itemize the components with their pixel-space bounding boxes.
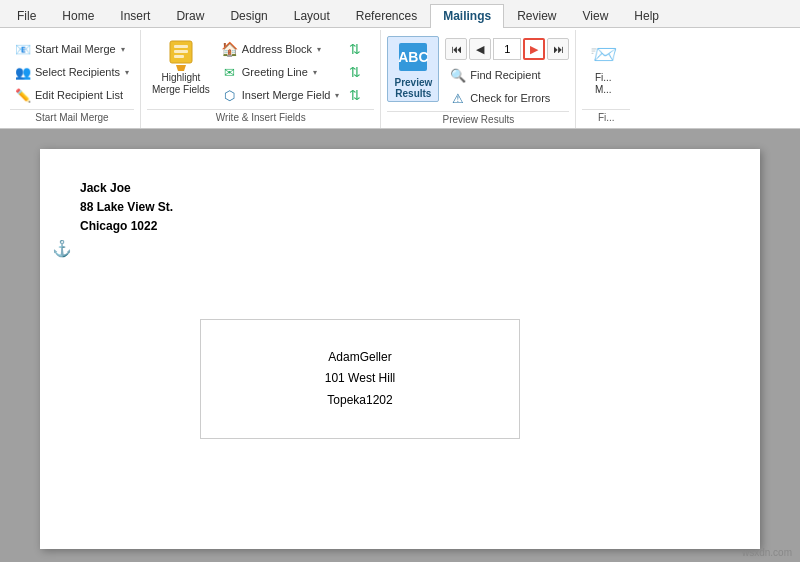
extra-icon-1[interactable]: ⇅ — [346, 38, 374, 60]
start-mail-merge-button[interactable]: 📧 Start Mail Merge ▾ — [10, 38, 134, 60]
tab-draw[interactable]: Draw — [163, 4, 217, 28]
sender-line1: Jack Joe — [80, 179, 173, 198]
write-insert-extra: ⇅ ⇅ ⇅ — [346, 36, 374, 106]
dropdown-arrow-2: ▾ — [125, 68, 129, 77]
mail-merge-icon: 📧 — [15, 41, 31, 57]
tab-insert[interactable]: Insert — [107, 4, 163, 28]
start-mail-merge-group-label: Start Mail Merge — [10, 109, 134, 126]
start-mail-merge-buttons: 📧 Start Mail Merge ▾ 👥 Select Recipients… — [10, 36, 134, 106]
finalize-group-label: Fi... — [582, 109, 630, 126]
nav-first-button[interactable]: ⏮ — [445, 38, 467, 60]
record-number-input[interactable] — [493, 38, 521, 60]
dropdown-arrow-4: ▾ — [313, 68, 317, 77]
select-recipients-label: Select Recipients — [35, 66, 120, 78]
preview-results-icon: ABC — [399, 39, 427, 75]
nav-next-button[interactable]: ▶ — [523, 38, 545, 60]
address-block-icon: 🏠 — [222, 41, 238, 57]
greeting-line-icon: ✉ — [222, 64, 238, 80]
svg-rect-1 — [174, 45, 188, 48]
svg-marker-4 — [176, 65, 186, 71]
nav-last-button[interactable]: ⏭ — [547, 38, 569, 60]
tab-bar: File Home Insert Draw Design Layout Refe… — [0, 0, 800, 28]
select-recipients-button[interactable]: 👥 Select Recipients ▾ — [10, 61, 134, 83]
tab-mailings[interactable]: Mailings — [430, 4, 504, 28]
greeting-line-label: Greeting Line — [242, 66, 308, 78]
edit-recipient-list-button[interactable]: ✏️ Edit Recipient List — [10, 84, 134, 106]
find-recipient-button[interactable]: 🔍 Find Recipient — [445, 64, 569, 86]
sender-address: Jack Joe 88 Lake View St. Chicago 1022 — [80, 179, 173, 237]
sender-line2: 88 Lake View St. — [80, 198, 173, 217]
tab-home[interactable]: Home — [49, 4, 107, 28]
document-page: Jack Joe 88 Lake View St. Chicago 1022 ⚓… — [40, 149, 760, 549]
recipient-line3: Topeka1202 — [327, 390, 392, 412]
tab-review[interactable]: Review — [504, 4, 569, 28]
highlight-label: HighlightMerge Fields — [152, 72, 210, 96]
preview-results-button[interactable]: ABC PreviewResults — [387, 36, 439, 102]
arrows-icon-3: ⇅ — [349, 87, 361, 103]
tab-design[interactable]: Design — [217, 4, 280, 28]
recipients-icon: 👥 — [15, 64, 31, 80]
group-content-preview: ABC PreviewResults ⏮ ◀ ▶ ⏭ 🔍 Find — [387, 32, 569, 109]
dropdown-arrow-1: ▾ — [121, 45, 125, 54]
group-preview-results: ABC PreviewResults ⏮ ◀ ▶ ⏭ 🔍 Find — [381, 30, 576, 128]
arrows-icon-2: ⇅ — [349, 64, 361, 80]
group-finalize: 📨 Fi...M... Fi... — [576, 30, 636, 128]
svg-rect-2 — [174, 50, 188, 53]
dropdown-arrow-3: ▾ — [317, 45, 321, 54]
group-content-finalize: 📨 Fi...M... — [582, 32, 630, 107]
document-area: Jack Joe 88 Lake View St. Chicago 1022 ⚓… — [0, 129, 800, 562]
preview-results-group-label: Preview Results — [387, 111, 569, 128]
preview-results-label: PreviewResults — [394, 77, 432, 99]
highlight-merge-fields-button[interactable]: HighlightMerge Fields — [147, 36, 215, 99]
write-insert-small-buttons: 🏠 Address Block ▾ ✉ Greeting Line ▾ ⬡ In… — [217, 36, 345, 106]
recipient-line2: 101 West Hill — [325, 368, 395, 390]
anchor-icon: ⚓ — [52, 239, 72, 258]
check-for-errors-button[interactable]: ⚠ Check for Errors — [445, 87, 569, 109]
find-recipient-icon: 🔍 — [450, 67, 466, 83]
nav-prev-button[interactable]: ◀ — [469, 38, 491, 60]
extra-icon-2[interactable]: ⇅ — [346, 61, 374, 83]
preview-nav-column: ⏮ ◀ ▶ ⏭ 🔍 Find Recipient ⚠ Check for Err… — [445, 36, 569, 109]
extra-icon-3[interactable]: ⇅ — [346, 84, 374, 106]
check-for-errors-label: Check for Errors — [470, 92, 550, 104]
start-mail-merge-label: Start Mail Merge — [35, 43, 116, 55]
greeting-line-button[interactable]: ✉ Greeting Line ▾ — [217, 61, 345, 83]
sender-line3: Chicago 1022 — [80, 217, 173, 236]
insert-merge-field-button[interactable]: ⬡ Insert Merge Field ▾ — [217, 84, 345, 106]
write-insert-group-label: Write & Insert Fields — [147, 109, 374, 126]
ribbon: File Home Insert Draw Design Layout Refe… — [0, 0, 800, 129]
check-errors-icon: ⚠ — [450, 90, 466, 106]
tab-references[interactable]: References — [343, 4, 430, 28]
highlight-icon — [165, 39, 197, 71]
tab-file[interactable]: File — [4, 4, 49, 28]
group-content-write-insert: HighlightMerge Fields 🏠 Address Block ▾ … — [147, 32, 374, 107]
group-write-insert: HighlightMerge Fields 🏠 Address Block ▾ … — [141, 30, 381, 128]
group-content-start-mail-merge: 📧 Start Mail Merge ▾ 👥 Select Recipients… — [10, 32, 134, 107]
tab-help[interactable]: Help — [621, 4, 672, 28]
insert-merge-field-label: Insert Merge Field — [242, 89, 331, 101]
arrows-icon: ⇅ — [349, 41, 361, 57]
group-start-mail-merge: 📧 Start Mail Merge ▾ 👥 Select Recipients… — [4, 30, 141, 128]
tab-view[interactable]: View — [570, 4, 622, 28]
finish-merge-label: Fi...M... — [595, 72, 612, 96]
address-block-button[interactable]: 🏠 Address Block ▾ — [217, 38, 345, 60]
dropdown-arrow-5: ▾ — [335, 91, 339, 100]
recipient-line1: AdamGeller — [328, 347, 391, 369]
address-block-label: Address Block — [242, 43, 312, 55]
insert-merge-icon: ⬡ — [222, 87, 238, 103]
abc-icon: ABC — [399, 43, 427, 71]
svg-rect-3 — [174, 55, 184, 58]
tab-layout[interactable]: Layout — [281, 4, 343, 28]
edit-recipient-list-label: Edit Recipient List — [35, 89, 123, 101]
watermark: wsxdn.com — [742, 547, 792, 558]
ribbon-groups: 📧 Start Mail Merge ▾ 👥 Select Recipients… — [0, 28, 800, 128]
find-recipient-label: Find Recipient — [470, 69, 540, 81]
finish-merge-icon: 📨 — [587, 39, 619, 71]
nav-controls: ⏮ ◀ ▶ ⏭ — [445, 38, 569, 60]
edit-recipients-icon: ✏️ — [15, 87, 31, 103]
finish-merge-button[interactable]: 📨 Fi...M... — [582, 36, 624, 99]
envelope-address-window: AdamGeller 101 West Hill Topeka1202 — [200, 319, 520, 439]
